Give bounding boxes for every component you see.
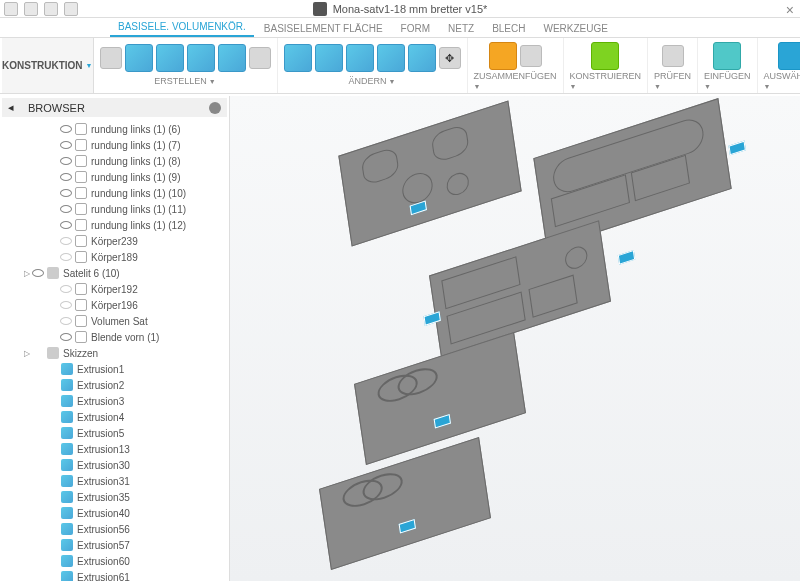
node-extrusion[interactable]: Extrusion5 (2, 425, 227, 441)
expand-icon[interactable]: ▷ (22, 349, 32, 358)
tab-netz[interactable]: NETZ (440, 20, 482, 37)
node-koerper[interactable]: Körper192 (2, 281, 227, 297)
loft-icon[interactable] (218, 44, 246, 72)
node-koerper[interactable]: Körper196 (2, 297, 227, 313)
visibility-icon[interactable] (32, 267, 44, 279)
chamfer-icon[interactable] (346, 44, 374, 72)
node-koerper[interactable]: Volumen Sat (2, 313, 227, 329)
qat-save-icon[interactable] (24, 2, 38, 16)
visibility-icon[interactable] (60, 155, 72, 167)
node-label: Körper192 (91, 284, 138, 295)
node-rundung[interactable]: rundung links (1) (8) (2, 153, 227, 169)
plane-icon[interactable] (591, 42, 619, 70)
measure-icon[interactable] (662, 45, 684, 67)
origin-badge[interactable] (728, 141, 745, 156)
body-icon (75, 235, 87, 247)
node-rundung[interactable]: rundung links (1) (7) (2, 137, 227, 153)
expand-icon[interactable]: ▷ (22, 269, 32, 278)
tab-flaeche[interactable]: BASISELEMENT FLÄCHE (256, 20, 391, 37)
visibility-icon[interactable] (60, 219, 72, 231)
gear-icon[interactable] (209, 102, 221, 114)
node-extrusion[interactable]: Extrusion56 (2, 521, 227, 537)
sketch-icon[interactable] (100, 47, 122, 69)
visibility-icon[interactable] (60, 235, 72, 247)
tab-blech[interactable]: BLECH (484, 20, 533, 37)
visibility-icon[interactable] (60, 203, 72, 215)
visibility-icon[interactable] (60, 187, 72, 199)
panel-2[interactable] (533, 98, 731, 249)
node-skizzen[interactable]: ▷Skizzen (2, 345, 227, 361)
draft-icon[interactable] (408, 44, 436, 72)
origin-badge[interactable] (434, 414, 451, 429)
aendern-label[interactable]: ÄNDERN (349, 76, 396, 86)
konstruktion-dropdown[interactable]: KONSTRUKTION (2, 38, 94, 93)
node-extrusion[interactable]: Extrusion13 (2, 441, 227, 457)
node-extrusion[interactable]: Extrusion2 (2, 377, 227, 393)
box-icon[interactable] (249, 47, 271, 69)
node-extrusion[interactable]: Extrusion35 (2, 489, 227, 505)
group-aendern: ✥ ÄNDERN (278, 38, 468, 93)
pruefen-label[interactable]: PRÜFEN (654, 71, 691, 91)
node-extrusion[interactable]: Extrusion4 (2, 409, 227, 425)
origin-badge[interactable] (618, 250, 635, 265)
konstruieren-label[interactable]: KONSTRUIEREN (570, 71, 642, 91)
node-extrusion[interactable]: Extrusion60 (2, 553, 227, 569)
node-satelit[interactable]: ▷Satelit 6 (10) (2, 265, 227, 281)
browser-header[interactable]: ◂ BROWSER (2, 98, 227, 117)
zusammen-label[interactable]: ZUSAMMENFÜGEN (474, 71, 557, 91)
select-icon[interactable] (778, 42, 800, 70)
node-extrusion[interactable]: Extrusion40 (2, 505, 227, 521)
origin-badge[interactable] (424, 311, 441, 326)
node-rundung[interactable]: rundung links (1) (11) (2, 201, 227, 217)
qat-file-icon[interactable] (4, 2, 18, 16)
tab-werkzeuge[interactable]: WERKZEUGE (536, 20, 616, 37)
insert-icon[interactable] (713, 42, 741, 70)
visibility-icon[interactable] (60, 331, 72, 343)
asbuilt-icon[interactable] (520, 45, 542, 67)
tab-volumenkoerper[interactable]: BASISELE. VOLUMENKÖR. (110, 18, 254, 37)
node-extrusion[interactable]: Extrusion3 (2, 393, 227, 409)
panel-1[interactable] (338, 101, 521, 247)
visibility-icon[interactable] (60, 299, 72, 311)
visibility-icon[interactable] (60, 315, 72, 327)
sweep-icon[interactable] (187, 44, 215, 72)
node-extrusion[interactable]: Extrusion57 (2, 537, 227, 553)
visibility-icon[interactable] (60, 283, 72, 295)
visibility-icon[interactable] (60, 139, 72, 151)
viewport-3d[interactable] (230, 96, 800, 581)
shell-icon[interactable] (377, 44, 405, 72)
auswaehlen-label[interactable]: AUSWÄHLEN (764, 71, 800, 91)
joint-icon[interactable] (489, 42, 517, 70)
origin-badge[interactable] (399, 519, 416, 534)
node-extrusion[interactable]: Extrusion31 (2, 473, 227, 489)
panel-5[interactable] (319, 437, 491, 570)
node-blende[interactable]: Blende vorn (1) (2, 329, 227, 345)
visibility-icon[interactable] (60, 123, 72, 135)
revolve-icon[interactable] (156, 44, 184, 72)
qat-undo-icon[interactable] (44, 2, 58, 16)
node-label: rundung links (1) (8) (91, 156, 180, 167)
node-extrusion[interactable]: Extrusion1 (2, 361, 227, 377)
node-rundung[interactable]: rundung links (1) (9) (2, 169, 227, 185)
move-icon[interactable]: ✥ (439, 47, 461, 69)
fillet-icon[interactable] (315, 44, 343, 72)
visibility-icon[interactable] (60, 251, 72, 263)
panel-3[interactable] (429, 220, 611, 356)
presspull-icon[interactable] (284, 44, 312, 72)
node-extrusion[interactable]: Extrusion30 (2, 457, 227, 473)
tab-form[interactable]: FORM (393, 20, 438, 37)
node-extrusion[interactable]: Extrusion61 (2, 569, 227, 581)
cutout-3 (400, 169, 434, 207)
node-rundung[interactable]: rundung links (1) (12) (2, 217, 227, 233)
extrude-icon[interactable] (125, 44, 153, 72)
qat-redo-icon[interactable] (64, 2, 78, 16)
group-einfuegen: EINFÜGEN (698, 38, 758, 93)
node-rundung[interactable]: rundung links (1) (6) (2, 121, 227, 137)
close-button[interactable]: × (786, 2, 794, 18)
node-koerper[interactable]: Körper189 (2, 249, 227, 265)
erstellen-label[interactable]: ERSTELLEN (154, 76, 215, 86)
node-koerper[interactable]: Körper239 (2, 233, 227, 249)
visibility-icon[interactable] (60, 171, 72, 183)
node-rundung[interactable]: rundung links (1) (10) (2, 185, 227, 201)
einfuegen-label[interactable]: EINFÜGEN (704, 71, 751, 91)
